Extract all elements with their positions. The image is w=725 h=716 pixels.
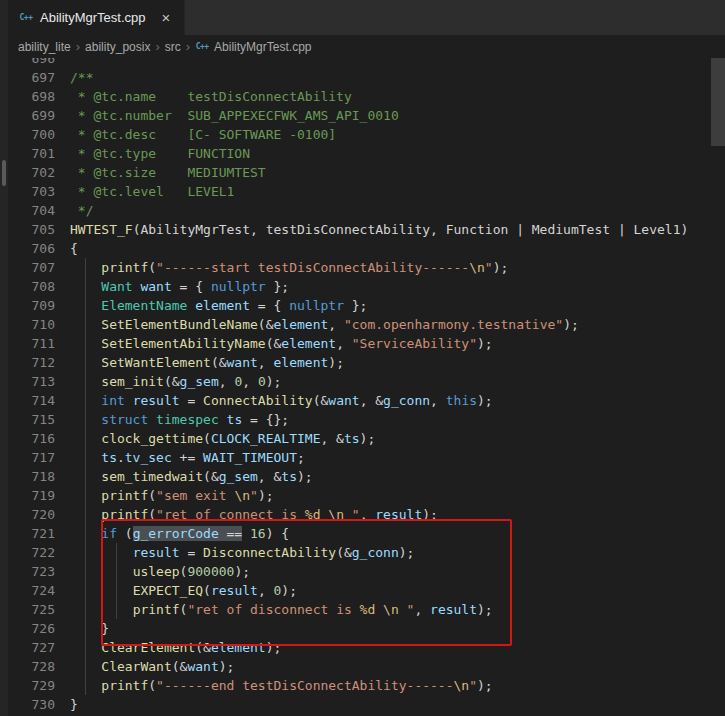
line-number[interactable]: 708: [8, 277, 70, 296]
code-text: printf("------start testDisConnectAbilit…: [70, 260, 508, 275]
line-number[interactable]: 707: [8, 258, 70, 277]
code-line[interactable]: 697/**: [8, 68, 725, 87]
code-text: sem_timedwait(&g_sem, &ts);: [70, 469, 313, 484]
code-line[interactable]: 715 struct timespec ts = {};: [8, 410, 725, 429]
line-number[interactable]: 714: [8, 391, 70, 410]
line-number[interactable]: 712: [8, 353, 70, 372]
line-number[interactable]: 724: [8, 581, 70, 600]
line-number[interactable]: 699: [8, 106, 70, 125]
breadcrumb-separator-icon: ›: [76, 39, 80, 54]
code-line[interactable]: 725 printf("ret of disconnect is %d \n "…: [8, 600, 725, 619]
code-line[interactable]: 709 ElementName element = { nullptr };: [8, 296, 725, 315]
code-lines: 696697/**698 * @tc.name testDisConnectAb…: [8, 58, 725, 714]
line-number[interactable]: 718: [8, 467, 70, 486]
line-number[interactable]: 705: [8, 220, 70, 239]
line-number[interactable]: 713: [8, 372, 70, 391]
code-line[interactable]: 719 printf("sem exit \n");: [8, 486, 725, 505]
code-text: if (g_errorCode == 16) {: [70, 526, 289, 541]
code-line[interactable]: 699 * @tc.number SUB_APPEXECFWK_AMS_API_…: [8, 106, 725, 125]
tab-abilitymgrtest-cpp[interactable]: C++ AbilityMgrTest.cpp ×: [8, 0, 185, 35]
line-number[interactable]: 702: [8, 163, 70, 182]
code-line[interactable]: 706{: [8, 239, 725, 258]
code-line[interactable]: 705HWTEST_F(AbilityMgrTest, testDisConne…: [8, 220, 725, 239]
code-line[interactable]: 696: [8, 58, 725, 68]
code-line[interactable]: 712 SetWantElement(&want, element);: [8, 353, 725, 372]
code-text: result = DisconnectAbility(&g_conn);: [70, 545, 414, 560]
line-number[interactable]: 697: [8, 68, 70, 87]
code-line[interactable]: 713 sem_init(&g_sem, 0, 0);: [8, 372, 725, 391]
code-line[interactable]: 721 if (g_errorCode == 16) {: [8, 524, 725, 543]
code-line[interactable]: 728 ClearWant(&want);: [8, 657, 725, 676]
line-number[interactable]: 730: [8, 695, 70, 714]
line-number[interactable]: 726: [8, 619, 70, 638]
code-line[interactable]: 701 * @tc.type FUNCTION: [8, 144, 725, 163]
line-number[interactable]: 700: [8, 125, 70, 144]
code-line[interactable]: 730}: [8, 695, 725, 714]
line-number[interactable]: 710: [8, 315, 70, 334]
code-text: int result = ConnectAbility(&want, &g_co…: [70, 393, 493, 408]
line-number[interactable]: 716: [8, 429, 70, 448]
editor-group: C++ AbilityMgrTest.cpp × ability_lite › …: [8, 0, 725, 716]
line-number[interactable]: 704: [8, 201, 70, 220]
code-line[interactable]: 703 * @tc.level LEVEL1: [8, 182, 725, 201]
line-number[interactable]: 711: [8, 334, 70, 353]
line-number[interactable]: 728: [8, 657, 70, 676]
breadcrumb: ability_lite › ability_posix › src › C++…: [8, 35, 725, 58]
code-line[interactable]: 700 * @tc.desc [C- SOFTWARE -0100]: [8, 125, 725, 144]
code-line[interactable]: 726 }: [8, 619, 725, 638]
code-line[interactable]: 717 ts.tv_sec += WAIT_TIMEOUT;: [8, 448, 725, 467]
code-line[interactable]: 720 printf("ret of connect is %d \n ", r…: [8, 505, 725, 524]
line-number[interactable]: 722: [8, 543, 70, 562]
line-number[interactable]: 720: [8, 505, 70, 524]
tab-label: AbilityMgrTest.cpp: [40, 10, 145, 25]
code-line[interactable]: 702 * @tc.size MEDIUMTEST: [8, 163, 725, 182]
code-line[interactable]: 724 EXPECT_EQ(result, 0);: [8, 581, 725, 600]
code-line[interactable]: 722 result = DisconnectAbility(&g_conn);: [8, 543, 725, 562]
breadcrumb-item-ability-posix[interactable]: ability_posix: [85, 40, 150, 54]
code-text: printf("ret of disconnect is %d \n ", re…: [70, 602, 493, 617]
breadcrumb-item-file[interactable]: AbilityMgrTest.cpp: [214, 40, 311, 54]
line-number[interactable]: 719: [8, 486, 70, 505]
code-text: }: [70, 621, 109, 636]
code-text: ts.tv_sec += WAIT_TIMEOUT;: [70, 450, 305, 465]
code-line[interactable]: 723 usleep(900000);: [8, 562, 725, 581]
code-line[interactable]: 716 clock_gettime(CLOCK_REALTIME, &ts);: [8, 429, 725, 448]
line-number[interactable]: 703: [8, 182, 70, 201]
breadcrumb-item-src[interactable]: src: [165, 40, 181, 54]
line-number[interactable]: 717: [8, 448, 70, 467]
line-number[interactable]: 723: [8, 562, 70, 581]
code-line[interactable]: 718 sem_timedwait(&g_sem, &ts);: [8, 467, 725, 486]
breadcrumb-item-ability-lite[interactable]: ability_lite: [18, 40, 71, 54]
code-text: printf("ret of connect is %d \n ", resul…: [70, 507, 438, 522]
line-number[interactable]: 709: [8, 296, 70, 315]
code-line[interactable]: 708 Want want = { nullptr };: [8, 277, 725, 296]
code-text: ElementName element = { nullptr };: [70, 298, 367, 313]
code-line[interactable]: 698 * @tc.name testDisConnectAbility: [8, 87, 725, 106]
vertical-scrollbar[interactable]: [711, 58, 725, 146]
line-number[interactable]: 727: [8, 638, 70, 657]
line-number[interactable]: 696: [8, 58, 70, 68]
code-text: * @tc.number SUB_APPEXECFWK_AMS_API_0010: [70, 108, 399, 123]
code-line[interactable]: 711 SetElementAbilityName(&element, "Ser…: [8, 334, 725, 353]
code-line[interactable]: 707 printf("------start testDisConnectAb…: [8, 258, 725, 277]
line-number[interactable]: 725: [8, 600, 70, 619]
tab-close-button[interactable]: ×: [157, 9, 174, 26]
code-text: * @tc.name testDisConnectAbility: [70, 89, 352, 104]
code-text: * @tc.desc [C- SOFTWARE -0100]: [70, 127, 336, 142]
code-line[interactable]: 727 ClearElement(&element);: [8, 638, 725, 657]
code-editor[interactable]: 696697/**698 * @tc.name testDisConnectAb…: [8, 58, 725, 716]
code-line[interactable]: 714 int result = ConnectAbility(&want, &…: [8, 391, 725, 410]
code-text: Want want = { nullptr };: [70, 279, 289, 294]
code-text: {: [70, 241, 78, 256]
code-line[interactable]: 729 printf("------end testDisConnectAbil…: [8, 676, 725, 695]
code-line[interactable]: 710 SetElementBundleName(&element, "com.…: [8, 315, 725, 334]
left-edge-marker: [2, 160, 6, 186]
line-number[interactable]: 729: [8, 676, 70, 695]
line-number[interactable]: 721: [8, 524, 70, 543]
line-number[interactable]: 698: [8, 87, 70, 106]
line-number[interactable]: 715: [8, 410, 70, 429]
line-number[interactable]: 706: [8, 239, 70, 258]
code-line[interactable]: 704 */: [8, 201, 725, 220]
line-number[interactable]: 701: [8, 144, 70, 163]
tab-bar: C++ AbilityMgrTest.cpp ×: [8, 0, 725, 35]
